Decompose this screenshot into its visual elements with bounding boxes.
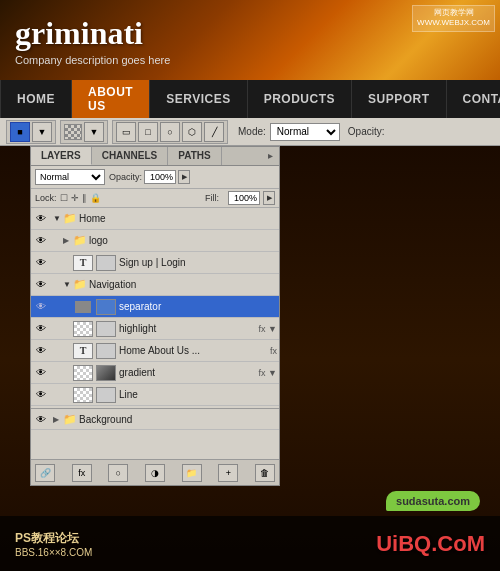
btn-new[interactable]: + [218, 464, 238, 482]
fill-input[interactable] [228, 191, 260, 205]
layer-home[interactable]: 👁 ▼ 📁 Home [31, 208, 279, 230]
thumb-highlight [73, 321, 93, 337]
opacity-input[interactable] [144, 170, 176, 184]
lock-fill-row: Lock: ☐ ✛ ∥ 🔒 Fill: ▶ [31, 189, 279, 208]
folder-navigation: 📁 [73, 278, 87, 291]
layer-nav-text[interactable]: 👁 T Home About Us ... fx [31, 340, 279, 362]
btn-adjust[interactable]: ◑ [145, 464, 165, 482]
panel-bottom-bar: 🔗 fx ○ ◑ 📁 + 🗑 [31, 459, 279, 485]
tool-arrow2[interactable]: ▼ [84, 122, 104, 142]
layers-list: 👁 ▼ 📁 Home 👁 ▶ 📁 logo 👁 T [31, 208, 279, 408]
btn-delete[interactable]: 🗑 [255, 464, 275, 482]
lock-all[interactable]: 🔒 [90, 193, 101, 203]
header: griminati Company description goes here … [0, 0, 500, 80]
arrow-background[interactable]: ▶ [53, 415, 63, 424]
eye-line[interactable]: 👁 [33, 387, 49, 403]
thumb-gradient [73, 365, 93, 381]
thumb-signup: T [73, 255, 93, 271]
fill-arrow[interactable]: ▶ [263, 191, 275, 205]
layer-name-navigation: Navigation [89, 279, 277, 290]
layer-background[interactable]: 👁 ▶ 📁 Background [31, 408, 279, 430]
layer-gradient[interactable]: 👁 gradient fx ▼ [31, 362, 279, 384]
nav-services[interactable]: SERVICES [150, 80, 247, 118]
opacity-row: Opacity: ▶ [109, 170, 190, 184]
tool-line[interactable]: ╱ [204, 122, 224, 142]
arrow-home[interactable]: ▼ [53, 214, 63, 223]
eye-navigation[interactable]: 👁 [33, 277, 49, 293]
header-watermark: 网页教学网 WWW.WEBJX.COM [412, 5, 495, 32]
opacity-arrow[interactable]: ▶ [178, 170, 190, 184]
nav-about[interactable]: ABOUT US [72, 80, 150, 118]
nav-products[interactable]: PRODUCTS [248, 80, 352, 118]
lock-brush[interactable]: ∥ [82, 193, 87, 203]
tab-paths[interactable]: PATHS [168, 147, 221, 165]
lock-move[interactable]: ✛ [71, 193, 79, 203]
sudasuta-watermark: sudasuta.com [386, 491, 480, 511]
panel-close[interactable]: ▸ [262, 147, 279, 165]
ps-sub: BBS.16××8.COM [15, 547, 92, 558]
eye-logo[interactable]: 👁 [33, 233, 49, 249]
arrow-navigation[interactable]: ▼ [63, 280, 73, 289]
bottom-area: PS教程论坛 BBS.16××8.COM UiBQ.CoM [0, 516, 500, 571]
layer-highlight[interactable]: 👁 highlight fx ▼ [31, 318, 279, 340]
tool-checker[interactable] [64, 124, 82, 140]
mode-label: Mode: [238, 126, 266, 137]
uibq-watermark: UiBQ.CoM [376, 531, 485, 557]
nav-contact[interactable]: CONTA... [447, 80, 501, 118]
folder-home: 📁 [63, 212, 77, 225]
nav-bar: HOME ABOUT US SERVICES PRODUCTS SUPPORT … [0, 80, 500, 118]
folder-background: 📁 [63, 413, 77, 426]
tool-btn-arrow[interactable]: ▼ [32, 122, 52, 142]
eye-nav-text[interactable]: 👁 [33, 343, 49, 359]
btn-link[interactable]: 🔗 [35, 464, 55, 482]
eye-highlight[interactable]: 👁 [33, 321, 49, 337]
lock-check[interactable]: ☐ [60, 193, 68, 203]
btn-mask[interactable]: ○ [108, 464, 128, 482]
ps-label-area: PS教程论坛 BBS.16××8.COM [15, 530, 92, 558]
layer-name-gradient: gradient [119, 367, 256, 378]
layer-signup[interactable]: 👁 T Sign up | Login [31, 252, 279, 274]
lock-label: Lock: [35, 193, 57, 203]
main-area: LAYERS CHANNELS PATHS ▸ Normal Opacity: … [0, 146, 500, 571]
mask-line [96, 387, 116, 403]
layer-navigation[interactable]: 👁 ▼ 📁 Navigation [31, 274, 279, 296]
btn-fx[interactable]: fx [72, 464, 92, 482]
thumb-line [73, 387, 93, 403]
tool-rect2[interactable]: □ [138, 122, 158, 142]
tool-btn-1[interactable]: ■ [10, 122, 30, 142]
fill-label: Fill: [205, 193, 219, 203]
eye-home[interactable]: 👁 [33, 211, 49, 227]
tab-layers[interactable]: LAYERS [31, 147, 92, 165]
logo-area: griminati Company description goes here [15, 15, 170, 66]
fx-nav-text: fx [270, 346, 277, 356]
layer-logo[interactable]: 👁 ▶ 📁 logo [31, 230, 279, 252]
layer-separator[interactable]: 👁 separator [31, 296, 279, 318]
layer-line[interactable]: 👁 Line [31, 384, 279, 406]
mode-select[interactable]: Normal [270, 123, 340, 141]
btn-folder[interactable]: 📁 [182, 464, 202, 482]
tool-poly[interactable]: ⬡ [182, 122, 202, 142]
tool-rect[interactable]: ▭ [116, 122, 136, 142]
arrow-logo[interactable]: ▶ [63, 236, 73, 245]
nav-home[interactable]: HOME [0, 80, 72, 118]
blend-mode-select[interactable]: Normal [35, 169, 105, 185]
tab-channels[interactable]: CHANNELS [92, 147, 169, 165]
eye-separator[interactable]: 👁 [33, 299, 49, 315]
layer-name-background: Background [79, 414, 277, 425]
layer-name-home: Home [79, 213, 277, 224]
eye-gradient[interactable]: 👁 [33, 365, 49, 381]
eye-signup[interactable]: 👁 [33, 255, 49, 271]
layers-panel: LAYERS CHANNELS PATHS ▸ Normal Opacity: … [30, 146, 280, 486]
tool-circle[interactable]: ○ [160, 122, 180, 142]
mask-separator [96, 299, 116, 315]
eye-background[interactable]: 👁 [33, 411, 49, 427]
thumb-nav-text: T [73, 343, 93, 359]
thumb-separator [73, 299, 93, 315]
fx-highlight: fx ▼ [259, 324, 277, 334]
logo-text: griminati [15, 15, 170, 52]
nav-support[interactable]: SUPPORT [352, 80, 447, 118]
opacity-label: Opacity: [348, 126, 385, 137]
opacity-label2: Opacity: [109, 172, 142, 182]
layer-name-separator: separator [119, 301, 277, 312]
fx-gradient: fx ▼ [259, 368, 277, 378]
